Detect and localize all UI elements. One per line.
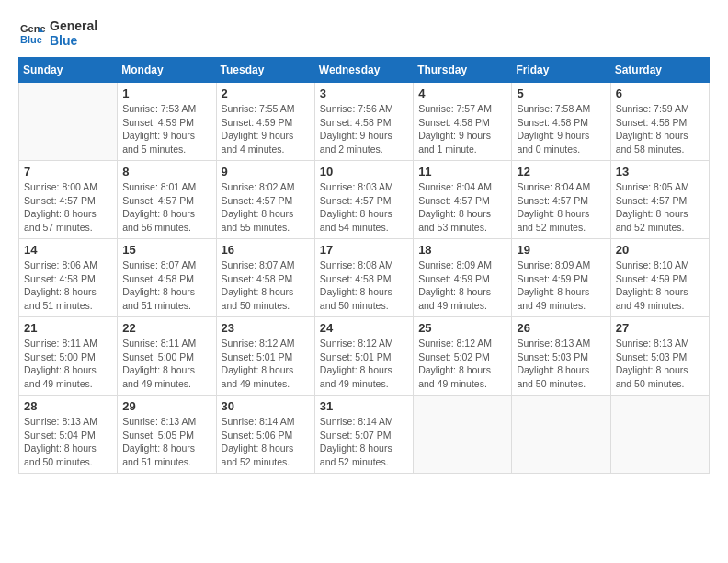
day-detail: Sunrise: 8:13 AMSunset: 5:03 PMDaylight:… — [517, 337, 605, 391]
calendar-cell: 5Sunrise: 7:58 AMSunset: 4:58 PMDaylight… — [512, 83, 610, 161]
calendar-cell: 27Sunrise: 8:13 AMSunset: 5:03 PMDayligh… — [610, 317, 709, 396]
day-detail: Sunrise: 8:01 AMSunset: 4:57 PMDaylight:… — [122, 180, 210, 235]
calendar-cell: 30Sunrise: 8:14 AMSunset: 5:06 PMDayligh… — [216, 396, 314, 474]
calendar-cell: 21Sunrise: 8:11 AMSunset: 5:00 PMDayligh… — [19, 317, 118, 396]
day-detail: Sunrise: 8:05 AMSunset: 4:57 PMDaylight:… — [616, 180, 704, 235]
day-number: 31 — [320, 399, 408, 413]
day-detail: Sunrise: 8:09 AMSunset: 4:59 PMDaylight:… — [418, 259, 506, 313]
weekday-header: Wednesday — [314, 58, 413, 83]
calendar-cell: 29Sunrise: 8:13 AMSunset: 5:05 PMDayligh… — [118, 396, 216, 474]
day-number: 4 — [418, 86, 506, 100]
calendar-cell: 14Sunrise: 8:06 AMSunset: 4:58 PMDayligh… — [19, 239, 118, 317]
calendar-cell — [414, 396, 512, 474]
calendar-week-row: 1Sunrise: 7:53 AMSunset: 4:59 PMDaylight… — [19, 83, 710, 161]
logo: General Blue General Blue — [18, 18, 97, 48]
day-number: 14 — [24, 243, 112, 257]
day-number: 17 — [320, 243, 408, 257]
svg-text:General: General — [20, 23, 46, 34]
calendar-cell — [512, 396, 610, 474]
day-detail: Sunrise: 8:14 AMSunset: 5:07 PMDaylight:… — [320, 415, 408, 469]
day-number: 9 — [222, 165, 310, 178]
day-detail: Sunrise: 8:12 AMSunset: 5:02 PMDaylight:… — [418, 337, 506, 391]
calendar-cell: 25Sunrise: 8:12 AMSunset: 5:02 PMDayligh… — [414, 317, 512, 396]
calendar-cell — [19, 83, 118, 161]
calendar-cell: 2Sunrise: 7:55 AMSunset: 4:59 PMDaylight… — [216, 83, 314, 161]
day-number: 13 — [616, 165, 704, 178]
calendar-cell: 4Sunrise: 7:57 AMSunset: 4:58 PMDaylight… — [414, 83, 512, 161]
day-detail: Sunrise: 8:12 AMSunset: 5:01 PMDaylight:… — [320, 337, 408, 391]
day-number: 1 — [122, 86, 210, 100]
weekday-header: Monday — [118, 58, 216, 83]
day-detail: Sunrise: 8:06 AMSunset: 4:58 PMDaylight:… — [24, 259, 112, 313]
day-number: 25 — [418, 321, 506, 335]
calendar-cell: 10Sunrise: 8:03 AMSunset: 4:57 PMDayligh… — [314, 161, 413, 239]
calendar-week-row: 28Sunrise: 8:13 AMSunset: 5:04 PMDayligh… — [19, 396, 710, 474]
day-number: 19 — [517, 243, 605, 257]
day-number: 26 — [517, 321, 605, 335]
day-number: 7 — [24, 165, 112, 178]
day-number: 22 — [122, 321, 210, 335]
day-detail: Sunrise: 8:13 AMSunset: 5:05 PMDaylight:… — [122, 415, 210, 469]
day-number: 2 — [222, 86, 310, 100]
day-detail: Sunrise: 8:11 AMSunset: 5:00 PMDaylight:… — [24, 337, 112, 391]
day-detail: Sunrise: 7:58 AMSunset: 4:58 PMDaylight:… — [517, 102, 605, 156]
calendar-cell: 3Sunrise: 7:56 AMSunset: 4:58 PMDaylight… — [314, 83, 413, 161]
day-number: 30 — [222, 399, 310, 413]
calendar-cell: 26Sunrise: 8:13 AMSunset: 5:03 PMDayligh… — [512, 317, 610, 396]
day-number: 18 — [418, 243, 506, 257]
calendar-week-row: 7Sunrise: 8:00 AMSunset: 4:57 PMDaylight… — [19, 161, 710, 239]
day-detail: Sunrise: 7:59 AMSunset: 4:58 PMDaylight:… — [616, 102, 704, 156]
day-detail: Sunrise: 7:53 AMSunset: 4:59 PMDaylight:… — [122, 102, 210, 156]
calendar-cell: 19Sunrise: 8:09 AMSunset: 4:59 PMDayligh… — [512, 239, 610, 317]
calendar: SundayMondayTuesdayWednesdayThursdayFrid… — [18, 57, 710, 474]
day-detail: Sunrise: 8:13 AMSunset: 5:03 PMDaylight:… — [616, 337, 704, 391]
day-detail: Sunrise: 8:02 AMSunset: 4:57 PMDaylight:… — [222, 180, 310, 235]
day-detail: Sunrise: 8:14 AMSunset: 5:06 PMDaylight:… — [222, 415, 310, 469]
calendar-cell: 23Sunrise: 8:12 AMSunset: 5:01 PMDayligh… — [216, 317, 314, 396]
day-number: 10 — [320, 165, 408, 178]
calendar-cell: 16Sunrise: 8:07 AMSunset: 4:58 PMDayligh… — [216, 239, 314, 317]
day-number: 20 — [616, 243, 704, 257]
weekday-header: Saturday — [610, 58, 709, 83]
weekday-header: Thursday — [414, 58, 512, 83]
calendar-cell: 17Sunrise: 8:08 AMSunset: 4:58 PMDayligh… — [314, 239, 413, 317]
day-number: 5 — [517, 86, 605, 100]
day-detail: Sunrise: 8:07 AMSunset: 4:58 PMDaylight:… — [222, 259, 310, 313]
calendar-cell: 1Sunrise: 7:53 AMSunset: 4:59 PMDaylight… — [118, 83, 216, 161]
day-number: 6 — [616, 86, 704, 100]
calendar-week-row: 21Sunrise: 8:11 AMSunset: 5:00 PMDayligh… — [19, 317, 710, 396]
day-number: 8 — [122, 165, 210, 178]
day-number: 15 — [122, 243, 210, 257]
day-number: 3 — [320, 86, 408, 100]
day-number: 29 — [122, 399, 210, 413]
calendar-cell — [610, 396, 709, 474]
day-number: 28 — [24, 399, 112, 413]
calendar-week-row: 14Sunrise: 8:06 AMSunset: 4:58 PMDayligh… — [19, 239, 710, 317]
day-detail: Sunrise: 8:03 AMSunset: 4:57 PMDaylight:… — [320, 180, 408, 235]
day-detail: Sunrise: 8:00 AMSunset: 4:57 PMDaylight:… — [24, 180, 112, 235]
day-detail: Sunrise: 7:56 AMSunset: 4:58 PMDaylight:… — [320, 102, 408, 156]
weekday-header: Friday — [512, 58, 610, 83]
day-number: 16 — [222, 243, 310, 257]
calendar-header-row: SundayMondayTuesdayWednesdayThursdayFrid… — [19, 58, 710, 83]
day-number: 21 — [24, 321, 112, 335]
calendar-cell: 11Sunrise: 8:04 AMSunset: 4:57 PMDayligh… — [414, 161, 512, 239]
day-number: 23 — [222, 321, 310, 335]
day-detail: Sunrise: 8:04 AMSunset: 4:57 PMDaylight:… — [418, 180, 506, 235]
calendar-cell: 31Sunrise: 8:14 AMSunset: 5:07 PMDayligh… — [314, 396, 413, 474]
calendar-cell: 20Sunrise: 8:10 AMSunset: 4:59 PMDayligh… — [610, 239, 709, 317]
day-detail: Sunrise: 8:09 AMSunset: 4:59 PMDaylight:… — [517, 259, 605, 313]
calendar-cell: 12Sunrise: 8:04 AMSunset: 4:57 PMDayligh… — [512, 161, 610, 239]
day-detail: Sunrise: 8:08 AMSunset: 4:58 PMDaylight:… — [320, 259, 408, 313]
day-detail: Sunrise: 7:55 AMSunset: 4:59 PMDaylight:… — [222, 102, 310, 156]
day-number: 11 — [418, 165, 506, 178]
calendar-cell: 8Sunrise: 8:01 AMSunset: 4:57 PMDaylight… — [118, 161, 216, 239]
day-detail: Sunrise: 8:10 AMSunset: 4:59 PMDaylight:… — [616, 259, 704, 313]
calendar-cell: 7Sunrise: 8:00 AMSunset: 4:57 PMDaylight… — [19, 161, 118, 239]
calendar-cell: 9Sunrise: 8:02 AMSunset: 4:57 PMDaylight… — [216, 161, 314, 239]
day-detail: Sunrise: 8:13 AMSunset: 5:04 PMDaylight:… — [24, 415, 112, 469]
calendar-cell: 28Sunrise: 8:13 AMSunset: 5:04 PMDayligh… — [19, 396, 118, 474]
day-number: 24 — [320, 321, 408, 335]
day-detail: Sunrise: 8:07 AMSunset: 4:58 PMDaylight:… — [122, 259, 210, 313]
weekday-header: Sunday — [19, 58, 118, 83]
